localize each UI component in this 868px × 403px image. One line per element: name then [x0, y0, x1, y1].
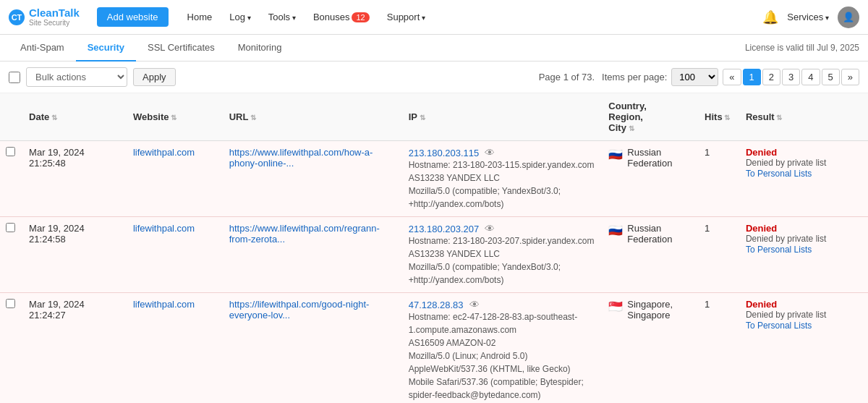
row-checkbox-cell: [0, 141, 23, 217]
ip-hostname: Hostname: ec2-47-128-28-83.ap-southeast-…: [409, 310, 597, 336]
logo-area: CT CleanTalk Site Security: [9, 7, 85, 27]
row-checkbox[interactable]: [6, 223, 15, 232]
row-hits: 1: [699, 141, 740, 217]
result-denied: Denied: [746, 299, 862, 310]
url-link[interactable]: https://www.lifewithpal.com/how-a-phony-…: [229, 147, 373, 169]
row-website: lifewithpal.com: [127, 293, 224, 404]
th-hits[interactable]: Hits: [699, 93, 740, 141]
th-ip[interactable]: IP: [403, 93, 603, 141]
ip-hostname: Hostname: 213-180-203-115.spider.yandex.…: [409, 158, 597, 171]
ip-as: AS13238 YANDEX LLC: [409, 171, 597, 184]
tab-security[interactable]: Security: [76, 35, 136, 61]
ip-ua: Mozilla/5.0 (compatible; YandexBot/3.0; …: [409, 184, 597, 211]
page-3[interactable]: 3: [782, 69, 800, 85]
nav-support[interactable]: Support: [380, 7, 433, 27]
ip-hostname: Hostname: 213-180-203-207.spider.yandex.…: [409, 234, 597, 247]
row-result: Denied Denied by private list To Persona…: [740, 293, 868, 404]
bulk-actions-dropdown[interactable]: Bulk actions: [26, 67, 127, 87]
page-2[interactable]: 2: [762, 69, 780, 85]
th-website[interactable]: Website: [127, 93, 224, 141]
tab-monitoring[interactable]: Monitoring: [226, 35, 294, 61]
ip-as: AS13238 YANDEX LLC: [409, 247, 597, 260]
avatar[interactable]: 👤: [838, 7, 859, 28]
personal-list-link[interactable]: To Personal Lists: [746, 245, 812, 255]
url-link[interactable]: https://lifewithpal.com/good-night-every…: [229, 299, 370, 321]
row-ip: 213.180.203.207 👁 Hostname: 213-180-203-…: [403, 217, 603, 293]
pagination: Page 1 of 73. Items per page: 100 « 1 2 …: [539, 68, 859, 86]
website-link[interactable]: lifewithpal.com: [133, 147, 195, 158]
website-link[interactable]: lifewithpal.com: [133, 223, 195, 234]
table-row: Mar 19, 2024 21:24:27 lifewithpal.com ht…: [0, 293, 868, 404]
result-sub: Denied by private list: [746, 158, 862, 168]
row-result: Denied Denied by private list To Persona…: [740, 141, 868, 217]
nav-log[interactable]: Log: [222, 7, 258, 27]
data-table-wrap: Date Website URL IP Country,Region,City …: [0, 93, 868, 403]
th-result[interactable]: Result: [740, 93, 868, 141]
row-url: https://www.lifewithpal.com/regrann-from…: [224, 217, 403, 293]
page-1[interactable]: 1: [743, 69, 761, 85]
tab-anti-spam[interactable]: Anti-Spam: [9, 35, 76, 61]
personal-list-link[interactable]: To Personal Lists: [746, 169, 812, 179]
eye-icon[interactable]: 👁: [485, 147, 495, 158]
ip-link[interactable]: 213.180.203.207: [409, 224, 480, 234]
bonuses-badge: 12: [352, 12, 369, 22]
ip-ua: Mozilla/5.0 (Linux; Android 5.0) AppleWe…: [409, 349, 597, 402]
row-country: 🇷🇺 Russian Federation: [603, 217, 699, 293]
page-nav: « 1 2 3 4 5 »: [723, 69, 859, 85]
logo-icon: CT: [9, 9, 25, 25]
nav-tools[interactable]: Tools: [261, 7, 303, 27]
eye-icon[interactable]: 👁: [485, 223, 495, 234]
row-website: lifewithpal.com: [127, 217, 224, 293]
table-row: Mar 19, 2024 21:24:58 lifewithpal.com ht…: [0, 217, 868, 293]
page-info: Page 1 of 73.: [539, 72, 595, 82]
services-button[interactable]: Services: [787, 12, 829, 22]
th-url[interactable]: URL: [224, 93, 403, 141]
sub-tabs: Anti-Spam Security SSL Certificates Moni…: [0, 35, 868, 61]
nav-home[interactable]: Home: [180, 7, 220, 27]
add-website-button[interactable]: Add website: [97, 7, 169, 27]
row-ip: 47.128.28.83 👁 Hostname: ec2-47-128-28-8…: [403, 293, 603, 404]
page-next[interactable]: »: [841, 69, 859, 85]
result-denied: Denied: [746, 147, 862, 158]
per-page-select[interactable]: 100: [671, 68, 718, 86]
row-checkbox-cell: [0, 293, 23, 404]
row-hits: 1: [699, 217, 740, 293]
bell-icon[interactable]: 🔔: [762, 9, 778, 25]
url-link[interactable]: https://www.lifewithpal.com/regrann-from…: [229, 223, 380, 245]
apply-button[interactable]: Apply: [133, 68, 176, 86]
top-navigation: CT CleanTalk Site Security Add website H…: [0, 0, 868, 35]
ip-link[interactable]: 47.128.28.83: [409, 300, 464, 310]
country-flag: 🇸🇬: [608, 300, 623, 313]
page-prev[interactable]: «: [723, 69, 741, 85]
nav-bonuses[interactable]: Bonuses12: [306, 7, 377, 27]
ip-link[interactable]: 213.180.203.115: [409, 148, 480, 158]
row-country: 🇸🇬 Singapore, Singapore: [603, 293, 699, 404]
result-sub: Denied by private list: [746, 310, 862, 320]
country-name: Singapore,: [627, 299, 673, 310]
result-sub: Denied by private list: [746, 234, 862, 244]
ip-ua: Mozilla/5.0 (compatible; YandexBot/3.0; …: [409, 260, 597, 287]
row-checkbox-cell: [0, 217, 23, 293]
ip-as: AS16509 AMAZON-02: [409, 336, 597, 349]
row-date: Mar 19, 2024 21:24:27: [23, 293, 127, 404]
row-hits: 1: [699, 293, 740, 404]
row-date: Mar 19, 2024 21:25:48: [23, 141, 127, 217]
country-name: Russian Federation: [627, 223, 693, 245]
th-date[interactable]: Date: [23, 93, 127, 141]
logo-text: CleanTalk Site Security: [29, 7, 80, 27]
row-result: Denied Denied by private list To Persona…: [740, 217, 868, 293]
page-5[interactable]: 5: [822, 69, 840, 85]
row-checkbox[interactable]: [6, 147, 15, 156]
row-date: Mar 19, 2024 21:24:58: [23, 217, 127, 293]
table-header-row: Date Website URL IP Country,Region,City …: [0, 93, 868, 141]
select-all-checkbox[interactable]: [9, 72, 20, 83]
row-website: lifewithpal.com: [127, 141, 224, 217]
tab-ssl-certificates[interactable]: SSL Certificates: [136, 35, 226, 61]
license-notice: License is valid till Jul 9, 2025: [745, 43, 859, 53]
personal-list-link[interactable]: To Personal Lists: [746, 321, 812, 331]
website-link[interactable]: lifewithpal.com: [133, 299, 195, 310]
th-country[interactable]: Country,Region,City: [603, 93, 699, 141]
eye-icon[interactable]: 👁: [469, 299, 480, 310]
page-4[interactable]: 4: [801, 69, 820, 85]
row-checkbox[interactable]: [6, 299, 15, 308]
